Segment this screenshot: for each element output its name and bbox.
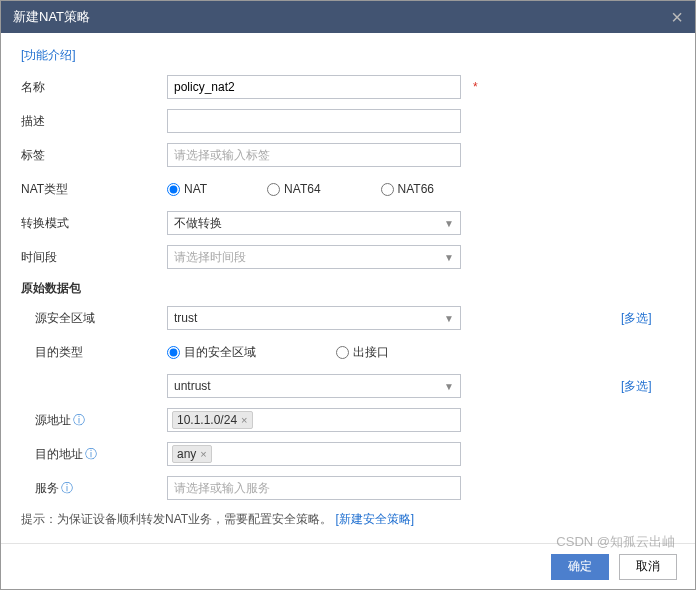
row-desc: 描述 [21,108,675,134]
desc-input[interactable] [167,109,461,133]
label-src-addr: 源地址ⓘ [21,412,167,429]
row-nat-type: NAT类型 NAT NAT64 NAT66 [21,176,675,202]
name-input[interactable] [167,75,461,99]
label-src-zone: 源安全区域 [21,310,167,327]
dialog-footer: 确定 取消 [1,543,695,589]
label-dst-addr: 目的地址ⓘ [21,446,167,463]
radio-dst-zone-label: 目的安全区域 [184,344,256,361]
required-mark: * [469,80,478,94]
cancel-button[interactable]: 取消 [619,554,677,580]
chip-remove-icon[interactable]: × [200,448,206,460]
help-icon[interactable]: ⓘ [85,447,97,461]
radio-nat66[interactable]: NAT66 [381,182,434,196]
radio-nat66-input[interactable] [381,183,394,196]
radio-out-if[interactable]: 出接口 [336,344,389,361]
dst-zone-select[interactable]: untrust ▼ [167,374,461,398]
titlebar: 新建NAT策略 × [1,1,695,33]
ok-button[interactable]: 确定 [551,554,609,580]
intro-link[interactable]: [功能介绍] [21,47,76,64]
radio-nat64-label: NAT64 [284,182,320,196]
chevron-down-icon: ▼ [444,218,454,229]
chip-text: any [177,447,196,461]
label-convert-mode: 转换模式 [21,215,167,232]
convert-mode-value: 不做转换 [174,215,222,232]
dst-addr-tagbox[interactable]: any × [167,442,461,466]
src-addr-tagbox[interactable]: 10.1.1.0/24 × [167,408,461,432]
label-desc: 描述 [21,113,167,130]
row-dst-type: 目的类型 目的安全区域 出接口 [21,339,675,365]
radio-nat66-label: NAT66 [398,182,434,196]
radio-out-if-input[interactable] [336,346,349,359]
tip-text: 提示：为保证设备顺利转发NAT业务，需要配置安全策略。 [21,512,332,526]
radio-nat-input[interactable] [167,183,180,196]
time-range-select[interactable]: 请选择时间段 ▼ [167,245,461,269]
section-packet-title: 原始数据包 [21,280,675,297]
radio-dst-zone-input[interactable] [167,346,180,359]
label-nat-type: NAT类型 [21,181,167,198]
row-name: 名称 * [21,74,675,100]
label-tag: 标签 [21,147,167,164]
dialog: 新建NAT策略 × [功能介绍] 名称 * 描述 标签 [0,0,696,590]
dst-zone-value: untrust [174,379,211,393]
chip-text: 10.1.1.0/24 [177,413,237,427]
label-name: 名称 [21,79,167,96]
label-service: 服务ⓘ [21,480,167,497]
chevron-down-icon: ▼ [444,252,454,263]
radio-dst-zone[interactable]: 目的安全区域 [167,344,256,361]
dst-addr-chip[interactable]: any × [172,445,212,463]
multi-select-link[interactable]: [多选] [621,311,652,325]
row-src-zone: 源安全区域 trust ▼ [多选] [21,305,675,331]
radio-nat[interactable]: NAT [167,182,207,196]
row-convert-mode: 转换模式 不做转换 ▼ [21,210,675,236]
convert-mode-select[interactable]: 不做转换 ▼ [167,211,461,235]
src-addr-chip[interactable]: 10.1.1.0/24 × [172,411,253,429]
row-tag: 标签 [21,142,675,168]
dialog-title: 新建NAT策略 [13,8,671,26]
multi-select-link[interactable]: [多选] [621,379,652,393]
label-dst-type: 目的类型 [21,344,167,361]
new-policy-link[interactable]: [新建安全策略] [335,512,414,526]
tip: 提示：为保证设备顺利转发NAT业务，需要配置安全策略。 [新建安全策略] [21,511,675,528]
chip-remove-icon[interactable]: × [241,414,247,426]
label-time-range: 时间段 [21,249,167,266]
row-dst-addr: 目的地址ⓘ any × [21,441,675,467]
help-icon[interactable]: ⓘ [73,413,85,427]
radio-out-if-label: 出接口 [353,344,389,361]
help-icon[interactable]: ⓘ [61,481,73,495]
close-icon[interactable]: × [671,7,683,27]
radio-nat64[interactable]: NAT64 [267,182,320,196]
src-zone-select[interactable]: trust ▼ [167,306,461,330]
row-dst-zone: untrust ▼ [多选] [21,373,675,399]
service-input[interactable] [167,476,461,500]
tag-input[interactable] [167,143,461,167]
chevron-down-icon: ▼ [444,381,454,392]
row-src-addr: 源地址ⓘ 10.1.1.0/24 × [21,407,675,433]
dialog-body: [功能介绍] 名称 * 描述 标签 NAT类型 [1,33,695,543]
time-range-placeholder: 请选择时间段 [174,249,246,266]
radio-nat64-input[interactable] [267,183,280,196]
row-service: 服务ⓘ [21,475,675,501]
row-time-range: 时间段 请选择时间段 ▼ [21,244,675,270]
chevron-down-icon: ▼ [444,313,454,324]
radio-nat-label: NAT [184,182,207,196]
src-zone-value: trust [174,311,197,325]
